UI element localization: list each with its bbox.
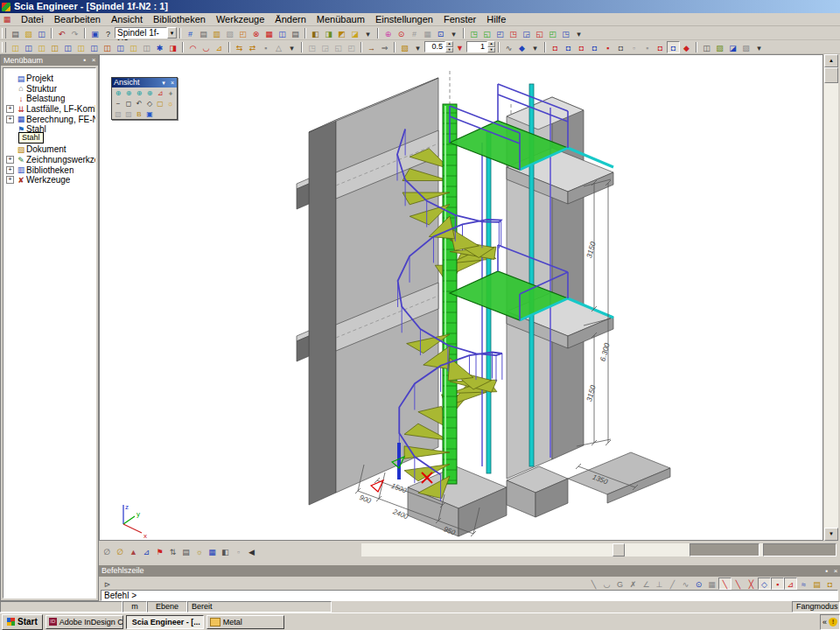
snap-perp-icon[interactable]: ⊥ [653, 578, 666, 590]
section-icon[interactable]: ◫ [61, 41, 74, 53]
toolbar-grip[interactable] [2, 42, 6, 52]
expand-icon[interactable]: + [6, 105, 14, 113]
menu-item-bearbeiten[interactable]: Bearbeiten [49, 13, 106, 25]
delete-icon[interactable]: ⊗ [249, 27, 262, 39]
combo-dropdown-button[interactable]: ▾ [167, 27, 177, 38]
view-icon[interactable]: ◲ [318, 41, 332, 53]
find-icon[interactable]: ⊙ [395, 27, 408, 39]
layout-icon[interactable]: ◳ [467, 27, 480, 39]
snap-seg-icon[interactable]: ≈ [797, 578, 810, 590]
tri-icon[interactable]: △ [272, 41, 285, 53]
snap-mid-icon[interactable]: ╲ [732, 578, 745, 590]
save-icon[interactable]: ◫ [35, 27, 48, 39]
marker-icon[interactable]: ▼ [453, 41, 466, 53]
clip-box-icon[interactable]: ▢ [155, 98, 165, 108]
menu-item-ndern[interactable]: Ändern [270, 13, 311, 25]
tree-item-struktur[interactable]: ⌂Struktur [4, 84, 95, 94]
point-icon[interactable]: ▪ [259, 41, 272, 53]
library-icon[interactable]: ◪ [348, 27, 361, 39]
snap-len-icon[interactable]: ▤ [810, 578, 823, 590]
expand-icon[interactable]: + [6, 176, 14, 184]
model-viewport[interactable]: 3150 6.300 3150 900 2400 950 1500 [99, 54, 823, 541]
beam-icon[interactable]: ◆ [680, 41, 693, 53]
wave-icon[interactable]: ∿ [502, 41, 515, 53]
fly-icon[interactable]: ⇒ [378, 41, 391, 53]
status-unit[interactable]: m [122, 601, 147, 612]
more-icon[interactable]: ▾ [572, 27, 585, 39]
tree-item-stahl[interactable]: ⚑Stahl [4, 124, 95, 135]
tree-item-werkzeuge[interactable]: +✘Werkzeuge [4, 175, 95, 186]
scrollbar-thumb[interactable] [824, 67, 838, 83]
render-icon[interactable]: ▧ [113, 108, 123, 119]
section-icon[interactable]: ◫ [88, 41, 101, 53]
beam-icon[interactable]: ▫ [627, 41, 640, 53]
arrow-icon[interactable]: → [365, 41, 378, 53]
pick-cursor-icon[interactable]: ⊳ [101, 578, 114, 590]
more-icon[interactable]: ▾ [528, 41, 542, 53]
table-icon[interactable]: ▦ [262, 27, 276, 39]
mesh-icon[interactable]: ▦ [206, 545, 219, 557]
snap-line-icon[interactable]: ╲ [587, 578, 600, 590]
menu-item-datei[interactable]: Datei [16, 13, 49, 25]
more-icon[interactable]: ▾ [411, 41, 424, 53]
sun-icon[interactable]: ☼ [192, 545, 206, 557]
snap-ortho-icon[interactable]: ◇ [758, 578, 771, 590]
view-z-icon[interactable]: ⊕ [134, 88, 144, 98]
view-axo-icon[interactable]: ⊕ [144, 88, 155, 98]
task-button[interactable]: Metal [206, 615, 284, 629]
command-panel-header[interactable]: Befehlszeile ▪ × [99, 565, 840, 577]
result-icon[interactable]: ◪ [726, 41, 739, 53]
view-y-icon[interactable]: ⊕ [123, 88, 134, 98]
beam-icon[interactable]: ◘ [562, 41, 575, 53]
help-icon[interactable]: ? [102, 27, 115, 39]
light-icon[interactable]: ☼ [165, 98, 176, 108]
blank-icon[interactable]: ▫ [232, 545, 245, 557]
close-icon[interactable]: × [168, 78, 177, 88]
vertical-scrollbar[interactable]: ▲ ▼ [824, 54, 838, 541]
collapse-left-icon[interactable]: ◀ [245, 545, 258, 557]
zoom-window-icon[interactable]: ◻ [123, 98, 134, 108]
scale-large-spinbox[interactable]: 1 [466, 41, 487, 52]
new-window-icon[interactable]: ▣ [88, 27, 102, 39]
copy-icon[interactable]: ◧ [309, 27, 322, 39]
snap-int-icon[interactable]: ╳ [745, 578, 758, 590]
snap-edge-icon[interactable]: ⊿ [784, 578, 797, 590]
snap-angle-icon[interactable]: ∠ [640, 578, 653, 590]
undo-icon[interactable]: ↶ [55, 27, 68, 39]
print-icon[interactable]: ▤ [289, 27, 302, 39]
beam-icon[interactable]: ◘ [667, 41, 680, 53]
expand-icon[interactable]: + [6, 116, 14, 123]
beam-icon[interactable]: ◘ [614, 41, 627, 53]
swap-icon[interactable]: ⇄ [246, 41, 259, 53]
zoom-in-icon[interactable]: ＋ [165, 88, 176, 98]
link-icon[interactable]: ⊕ [382, 27, 395, 39]
snap-end-icon[interactable]: ╲ [718, 578, 732, 590]
beam-icon[interactable]: ◘ [654, 41, 667, 53]
zoom-prev-icon[interactable]: ↶ [134, 98, 144, 108]
more-icon[interactable]: ▾ [285, 41, 298, 53]
result-icon[interactable]: ▨ [739, 41, 752, 53]
snow-icon[interactable]: ✱ [153, 41, 166, 53]
more-icon[interactable]: ▾ [752, 41, 766, 53]
snap-g-icon[interactable]: G [613, 578, 626, 590]
menu-item-ansicht[interactable]: Ansicht [106, 13, 148, 25]
doc-icon[interactable]: ◫ [700, 41, 713, 53]
menu-item-hilfe[interactable]: Hilfe [481, 13, 511, 25]
chevron-down-icon[interactable]: ▾ [159, 78, 168, 88]
layout-icon[interactable]: ◳ [507, 27, 520, 39]
snap-node-icon[interactable]: ▪ [771, 578, 784, 590]
view-icon[interactable]: ◰ [345, 41, 358, 53]
snap-tan-icon[interactable]: ∿ [679, 578, 692, 590]
snap-par-icon[interactable]: ╱ [666, 578, 679, 590]
beleuchtung-icon[interactable]: B [134, 108, 144, 119]
tree-item-bibliotheken[interactable]: +▥Bibliotheken [4, 164, 95, 175]
section-icon[interactable]: ◫ [35, 41, 48, 53]
spin-arrows[interactable]: ▲▼ [487, 41, 495, 52]
tree-item-belastung[interactable]: ↓Belastung [4, 94, 95, 104]
folder-icon[interactable]: ▧ [398, 41, 411, 53]
beam-icon[interactable]: ▪ [601, 41, 614, 53]
section-icon[interactable]: ◫ [114, 41, 127, 53]
snap-arc-icon[interactable]: ◡ [600, 578, 613, 590]
menu-item-bibliotheken[interactable]: Bibliotheken [148, 13, 211, 25]
tree-item-berechnungfenetz[interactable]: +▦Berechnung, FE-Netz [4, 114, 95, 124]
